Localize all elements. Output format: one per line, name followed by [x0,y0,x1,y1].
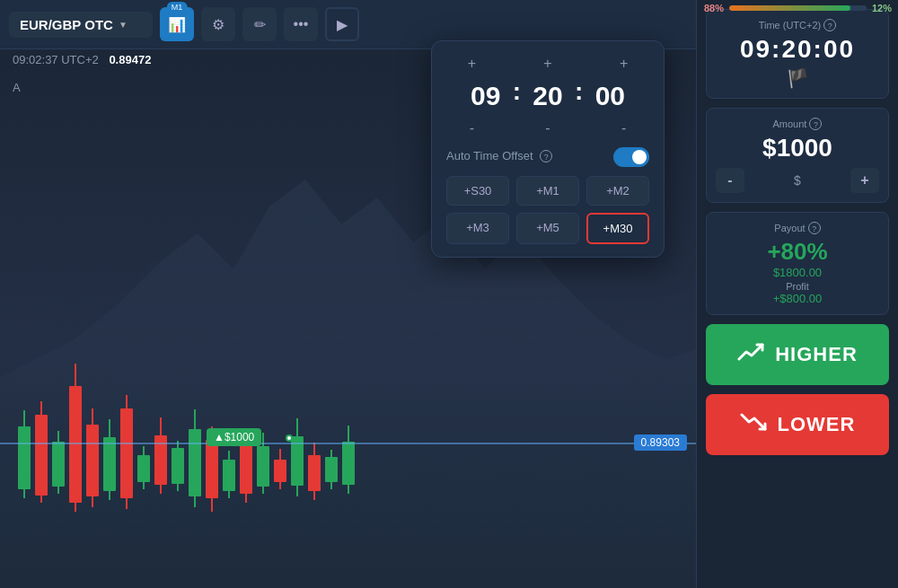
amount-value: $1000 [716,134,879,162]
candle [69,364,82,512]
quick-btn-m1[interactable]: +M1 [516,176,579,206]
time-section: Time (UTC+2) ? 09:20:00 🏴 [706,9,889,99]
payout-section: Payout ? +80% $1800.00 Profit +$800.00 [706,212,889,315]
auto-offset-toggle[interactable] [613,147,649,167]
sep1: : [513,77,521,115]
seconds-minus-button[interactable]: - [610,118,638,138]
price-line [0,443,696,444]
progress-fill [729,5,850,11]
time-picker-popup: + + + 09 : 20 : 00 - - - Auto Time O [431,40,665,258]
candle [325,450,338,489]
time-section-label: Time (UTC+2) ? [716,19,879,31]
draw-button[interactable]: ✏ [242,7,277,41]
volatility-right-pct: 12% [872,3,892,13]
auto-offset-label: Auto Time Offset ? [446,149,552,166]
candle [137,446,150,489]
candle [342,426,355,494]
stream-icon: ▶ [337,16,348,33]
seconds-plus-button[interactable]: + [610,54,638,74]
profit-label: Profit [716,281,879,292]
minutes-minus-button[interactable]: - [533,118,562,138]
help-icon: ? [540,150,552,162]
amount-section: Amount ? $1000 - $ + [706,108,889,203]
seconds-col: + [598,54,649,74]
chart-type-button[interactable]: M1 📊 [160,7,194,41]
auto-offset-row: Auto Time Offset ? [446,147,649,167]
filter-icon: ⚙ [212,16,224,33]
payout-amount: $1800.00 [716,266,879,279]
amount-controls: - $ + [716,168,879,193]
progress-track [729,5,867,11]
candle [103,419,116,500]
candle [223,451,235,498]
plus-row: + + + [446,54,649,74]
minutes-plus-button[interactable]: + [533,54,562,74]
hours-col: + [446,54,497,74]
symbol-label: EUR/GBP OTC [20,17,113,32]
lower-icon [740,409,769,441]
minus-row: - - - [446,118,649,138]
timeframe-badge: M1 [167,2,188,13]
payout-percent: +80% [716,238,879,266]
hours-minus-col: - [446,118,497,138]
currency-label: $ [794,173,801,188]
higher-label: HIGHER [775,343,858,366]
profit-amount: +$800.00 [716,292,879,305]
amount-help-icon[interactable]: ? [809,118,822,130]
quick-btn-m2[interactable]: +M2 [586,176,649,206]
symbol-arrow: ▼ [119,20,128,30]
brush-icon: ✏ [254,16,266,33]
flag-row: 🏴 [716,67,879,89]
quick-btn-m5[interactable]: +M5 [516,213,579,244]
candle [291,418,304,496]
hours-minus-button[interactable]: - [457,118,486,138]
toggle-knob [632,150,647,164]
seconds-value: 00 [583,81,637,111]
seconds-minus-col: - [598,118,649,138]
candle [35,401,48,503]
more-icon: ••• [294,16,309,32]
time-help-icon[interactable]: ? [823,19,836,31]
stream-button[interactable]: ▶ [325,7,359,41]
sep2: : [575,77,583,115]
more-button[interactable]: ••• [284,7,318,41]
candle [86,408,99,507]
quick-btn-m3[interactable]: +M3 [446,213,509,244]
minutes-minus-col: - [523,118,574,138]
indicators-button[interactable]: ⚙ [201,7,235,41]
higher-icon [737,339,766,371]
payout-help-icon[interactable]: ? [808,222,821,234]
candle [154,417,167,494]
right-panel: 88% 12% Time (UTC+2) ? 09:20:00 🏴 Amount… [696,0,898,588]
hours-value: 09 [459,81,513,111]
hours-plus-button[interactable]: + [457,54,486,74]
amount-plus-button[interactable]: + [850,168,879,193]
lower-label: LOWER [778,413,856,436]
amount-minus-button[interactable]: - [716,168,744,193]
time-value: 09:20:00 [716,35,879,64]
candle [308,443,321,500]
auto-offset-help[interactable]: ? [540,150,552,162]
minutes-col: + [523,54,574,74]
price-line-label: 0.89303 [634,434,687,451]
flag-icon: 🏴 [787,67,809,89]
symbol-selector[interactable]: EUR/GBP OTC ▼ [9,12,153,38]
chart-label: A [13,81,21,94]
candle [189,409,201,507]
volatility-left-pct: 88% [704,3,724,13]
payout-section-label: Payout ? [716,222,879,234]
trade-dot [286,434,293,442]
chart-price: 0.89472 [109,53,151,66]
quick-btn-s30[interactable]: +S30 [446,176,509,206]
lower-button[interactable]: LOWER [706,394,889,455]
candle [18,410,31,498]
chart-icon: 📊 [168,16,186,33]
trade-marker: ▲$1000 [207,428,261,446]
amount-section-label: Amount ? [716,118,879,130]
candle [172,441,184,491]
quick-btn-m30[interactable]: +M30 [586,213,649,244]
higher-button[interactable]: HIGHER [706,324,889,385]
candle [120,395,133,509]
volatility-bar: 88% 12% [697,0,898,16]
candle [52,431,65,494]
